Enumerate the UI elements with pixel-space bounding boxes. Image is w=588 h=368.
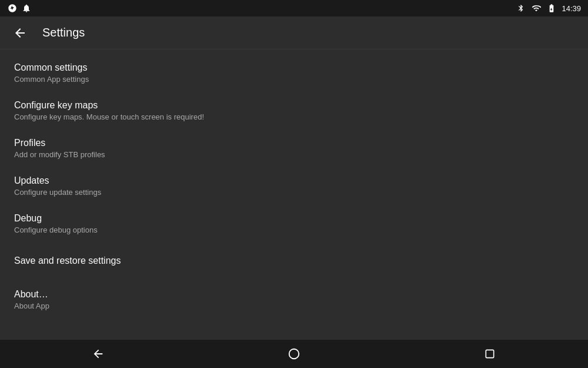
status-bar: 14:39 — [0, 0, 588, 16]
settings-item-title-save-restore: Save and restore settings — [14, 256, 574, 266]
settings-item-subtitle-configure-key-maps: Configure key maps. Mouse or touch scree… — [14, 112, 574, 121]
battery-charging-icon — [546, 3, 557, 14]
settings-item-configure-key-maps[interactable]: Configure key mapsConfigure key maps. Mo… — [0, 92, 588, 130]
app-bar-title: Settings — [42, 26, 85, 39]
settings-item-debug[interactable]: DebugConfigure debug options — [0, 205, 588, 243]
settings-item-title-common-settings: Common settings — [14, 62, 574, 73]
settings-item-title-profiles: Profiles — [14, 138, 574, 148]
svg-point-0 — [289, 349, 299, 359]
status-bar-left — [7, 3, 32, 14]
settings-item-common-settings[interactable]: Common settingsCommon App settings — [0, 54, 588, 92]
settings-item-title-about: About… — [14, 289, 574, 300]
app-bar: Settings — [0, 16, 588, 49]
settings-item-title-debug: Debug — [14, 213, 574, 224]
back-button[interactable] — [9, 22, 31, 44]
nav-back-button[interactable] — [81, 342, 116, 366]
nav-bar — [0, 340, 588, 368]
settings-item-subtitle-profiles: Add or modify STB profiles — [14, 150, 574, 159]
nav-home-button[interactable] — [276, 342, 312, 366]
settings-list: Common settingsCommon App settingsConfig… — [0, 49, 588, 323]
wifi-icon — [531, 3, 542, 14]
status-time: 14:39 — [562, 4, 581, 13]
settings-item-about[interactable]: About…About App — [0, 281, 588, 319]
status-bar-right: 14:39 — [516, 3, 581, 14]
nav-recent-button[interactable] — [472, 342, 507, 366]
settings-item-subtitle-about: About App — [14, 301, 574, 310]
settings-item-subtitle-common-settings: Common App settings — [14, 75, 574, 84]
settings-item-title-updates: Updates — [14, 175, 574, 186]
app-icon-2 — [21, 3, 32, 14]
settings-item-subtitle-debug: Configure debug options — [14, 226, 574, 234]
settings-item-profiles[interactable]: ProfilesAdd or modify STB profiles — [0, 130, 588, 167]
settings-item-save-restore[interactable]: Save and restore settings — [0, 247, 588, 276]
bluetooth-icon — [516, 3, 526, 14]
divider-5 — [0, 276, 588, 281]
settings-item-title-configure-key-maps: Configure key maps — [14, 100, 574, 111]
divider-4 — [0, 243, 588, 247]
settings-item-updates[interactable]: UpdatesConfigure update settings — [0, 167, 588, 205]
app-icon-1 — [7, 3, 18, 14]
svg-rect-1 — [486, 350, 494, 357]
settings-item-subtitle-updates: Configure update settings — [14, 188, 574, 197]
